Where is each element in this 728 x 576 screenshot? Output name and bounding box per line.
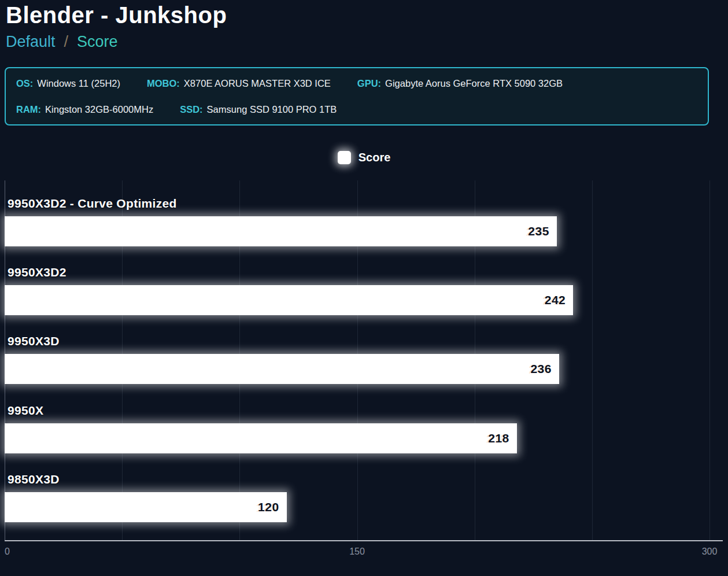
spec-ram-label: RAM:: [16, 104, 41, 115]
spec-ssd: SSD:Samsung SSD 9100 PRO 1TB: [180, 102, 337, 116]
score-value: 218: [488, 431, 509, 445]
spec-gpu-label: GPU:: [357, 78, 381, 88]
spec-mobo-label: MOBO:: [147, 78, 180, 88]
legend-item-score[interactable]: Score: [338, 151, 391, 164]
breadcrumb-separator: /: [64, 33, 69, 50]
spec-row-2: RAM:Kingston 32GB-6000MHz SSD:Samsung SS…: [16, 102, 697, 116]
bar-row-5: 9850X3D120: [0, 456, 728, 525]
bar-row-2: 9950X3D2242: [0, 249, 728, 318]
spec-ssd-label: SSD:: [180, 104, 202, 115]
category-label: 9850X3D: [8, 472, 60, 486]
score-bar: 236: [5, 354, 559, 384]
spec-ram: RAM:Kingston 32GB-6000MHz: [16, 102, 153, 116]
chart: 9950X3D2 - Curve Optimized2359950X3D2242…: [0, 180, 728, 541]
category-label: 9950X3D2 - Curve Optimized: [8, 197, 177, 211]
score-bar: 218: [5, 423, 517, 453]
spec-gpu: GPU:Gigabyte Aorus GeForce RTX 5090 32GB: [357, 76, 563, 90]
spec-os-value: Windows 11 (25H2): [37, 78, 120, 88]
bar-row-1: 9950X3D2 - Curve Optimized235: [0, 180, 728, 249]
category-label: 9950X3D: [8, 334, 60, 348]
score-value: 120: [258, 500, 279, 514]
x-tick-0: 0: [5, 547, 10, 557]
score-value: 236: [530, 362, 552, 376]
x-axis-line: [5, 540, 723, 541]
chart-legend: Score: [0, 151, 728, 164]
legend-swatch-icon: [338, 151, 351, 164]
score-value: 235: [528, 224, 549, 238]
score-value: 242: [545, 293, 566, 307]
spec-mobo: MOBO:X870E AORUS MASTER X3D ICE: [147, 76, 331, 90]
spec-mobo-value: X870E AORUS MASTER X3D ICE: [184, 78, 331, 88]
score-bar: 242: [5, 285, 573, 315]
spec-ssd-value: Samsung SSD 9100 PRO 1TB: [207, 104, 337, 115]
breadcrumb-default[interactable]: Default: [6, 33, 56, 50]
category-label: 9950X: [8, 404, 43, 418]
spec-os-label: OS:: [16, 78, 33, 88]
x-tick-150: 150: [349, 547, 365, 557]
score-bar: 120: [5, 492, 287, 522]
category-label: 9950X3D2: [8, 265, 66, 279]
score-bar: 235: [5, 216, 557, 246]
x-tick-300: 300: [702, 547, 718, 557]
spec-os: OS:Windows 11 (25H2): [16, 76, 120, 90]
spec-gpu-value: Gigabyte Aorus GeForce RTX 5090 32GB: [385, 78, 563, 88]
breadcrumb-score[interactable]: Score: [77, 33, 118, 50]
page-title: Blender - Junkshop: [6, 2, 227, 28]
benchmark-page: Blender - Junkshop Default/Score OS:Wind…: [0, 0, 728, 576]
breadcrumb: Default/Score: [6, 33, 118, 51]
spec-ram-value: Kingston 32GB-6000MHz: [45, 104, 153, 115]
system-specs-panel: OS:Windows 11 (25H2) MOBO:X870E AORUS MA…: [5, 67, 709, 125]
bar-row-3: 9950X3D236: [0, 318, 728, 387]
legend-label: Score: [359, 151, 391, 164]
bar-row-4: 9950X218: [0, 387, 728, 456]
spec-row-1: OS:Windows 11 (25H2) MOBO:X870E AORUS MA…: [16, 76, 697, 90]
